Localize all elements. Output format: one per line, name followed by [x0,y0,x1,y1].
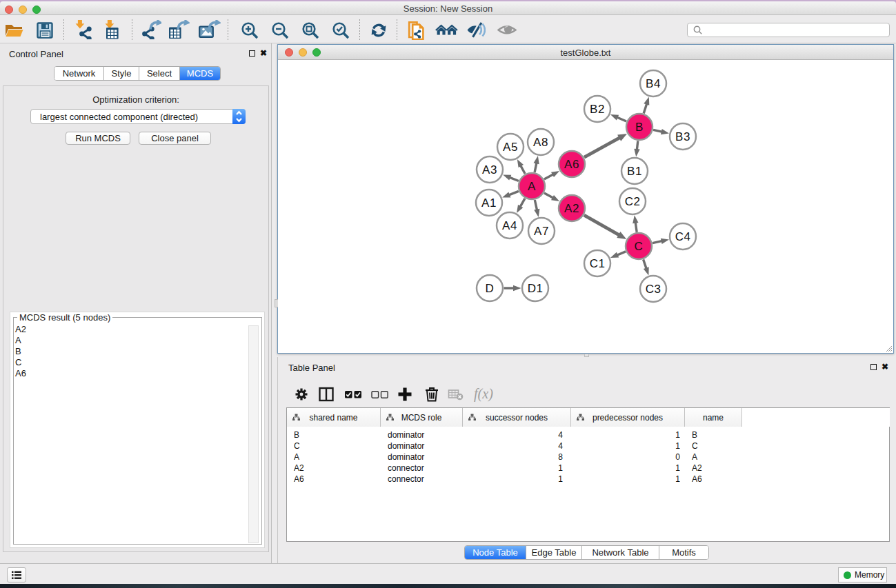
svg-text:C: C [635,240,644,253]
svg-text:A8: A8 [533,136,548,149]
svg-text:A7: A7 [534,225,549,238]
svg-text:C3: C3 [646,283,661,296]
svg-text:C2: C2 [625,195,641,208]
svg-text:D1: D1 [528,282,544,295]
svg-text:C4: C4 [675,230,691,243]
svg-text:A6: A6 [564,158,579,171]
svg-text:A: A [528,180,536,193]
svg-text:B1: B1 [627,165,642,178]
svg-text:D: D [486,282,495,295]
svg-text:C1: C1 [590,257,606,270]
svg-text:B: B [635,121,644,134]
svg-text:A2: A2 [564,202,579,215]
svg-text:B3: B3 [675,130,690,143]
svg-text:A5: A5 [503,141,518,154]
svg-text:A4: A4 [502,219,517,232]
svg-text:A3: A3 [482,163,497,176]
svg-text:B2: B2 [590,103,605,116]
svg-text:B4: B4 [646,77,661,90]
svg-text:A1: A1 [481,196,497,210]
